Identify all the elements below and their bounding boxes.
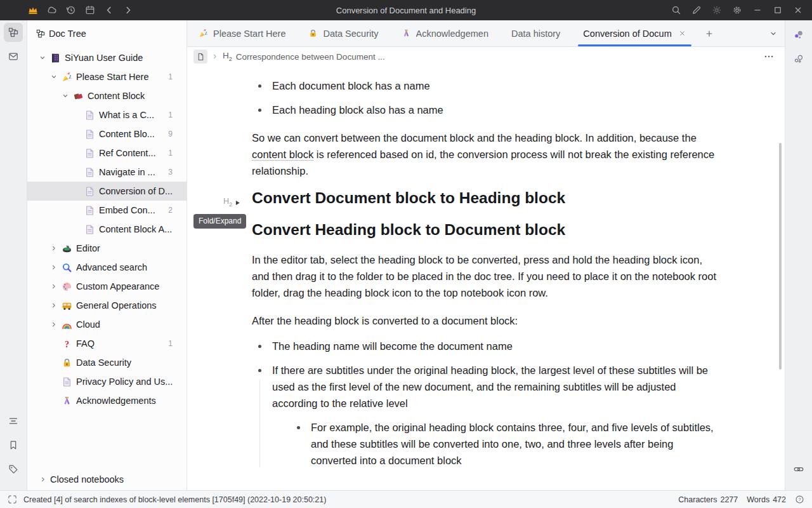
tab-menu-button[interactable] (762, 20, 785, 46)
chevron-right-icon[interactable] (48, 300, 60, 311)
tab-conversion-of-docum[interactable]: Conversion of Docum (572, 20, 697, 46)
titlebar-left-controls (0, 5, 133, 15)
doc-tree-item[interactable]: Navigate in ...3 (27, 163, 187, 182)
workspace-icon[interactable] (28, 5, 38, 15)
doc-tree-item[interactable]: Conversion of D... (27, 182, 187, 201)
chevron-right-icon[interactable] (48, 262, 60, 272)
doc-count-badge: 1 (168, 72, 173, 81)
doc-tree-item[interactable]: Custom Appearance (27, 277, 187, 296)
paragraph[interactable]: After the heading block is converted to … (252, 312, 721, 329)
svg-text:?: ? (65, 338, 69, 349)
close-icon[interactable] (793, 5, 803, 15)
doc-tree-item[interactable]: Content Block (27, 86, 187, 105)
scrollbar[interactable] (779, 143, 782, 370)
doc-tree-item-label: Cloud (76, 319, 100, 330)
heading[interactable]: Convert Document block to Heading block (252, 188, 721, 208)
breadcrumb-doc-button[interactable] (193, 50, 207, 64)
fold-toggle-icon[interactable] (233, 199, 242, 207)
right-dock (785, 20, 812, 490)
more-button[interactable] (763, 51, 775, 62)
right-dock-bottom (789, 460, 808, 490)
help-icon[interactable]: ? (795, 495, 804, 504)
doc-tree-item[interactable]: Content Blo...9 (27, 124, 187, 144)
chevron-down-icon[interactable] (59, 91, 72, 101)
doc-tree-item-label: Editor (76, 243, 100, 253)
doc-tree-icon (8, 27, 18, 37)
list-item[interactable]: The heading name will become the documen… (272, 338, 721, 354)
doc-tree-item[interactable]: Acknowledgements (27, 391, 187, 410)
theme-icon[interactable] (712, 5, 722, 15)
doc-tree-item[interactable]: Data Security (27, 353, 187, 372)
doc-tree-panel: Doc Tree SiYuan User GuidePlease Start H… (27, 20, 187, 490)
tab-close-icon[interactable] (678, 29, 686, 37)
breadcrumb-item[interactable]: Correspondence between Document ... (236, 52, 385, 62)
tab-data-security[interactable]: Data Security (297, 20, 390, 46)
editor-content[interactable]: Each document block has a name Each head… (187, 66, 785, 490)
paragraph[interactable]: In the editor tab, select the heading bl… (252, 251, 721, 301)
chevron-right-icon[interactable] (48, 243, 60, 253)
forward-icon[interactable] (123, 5, 133, 15)
heading-gutter[interactable]: H2 (223, 193, 242, 213)
new-tab-button[interactable] (698, 20, 721, 46)
tab-please-start-here[interactable]: Please Start Here (187, 20, 297, 46)
doc-tree-item-label: FAQ (76, 338, 95, 349)
doc-tree-item[interactable]: General Operations (27, 296, 187, 315)
maximize-icon[interactable] (773, 5, 783, 15)
list-item[interactable]: For example, the original heading block … (311, 419, 721, 469)
block-ref-link[interactable]: content block (252, 149, 313, 161)
minimize-icon[interactable] (752, 5, 763, 15)
doc-tree-dock-button[interactable] (4, 23, 23, 42)
chevron-down-icon[interactable] (36, 53, 49, 63)
doc-count-badge: 3 (168, 168, 173, 177)
heading-block[interactable]: H2 Convert Document block to Heading blo… (252, 188, 721, 208)
graph-dock-button[interactable] (789, 25, 808, 44)
tab-label: Acknowledgemen (416, 29, 488, 39)
bullet-list: Each document block has a name Each head… (252, 77, 721, 118)
search-icon[interactable] (671, 5, 681, 15)
doc-tree-item[interactable]: What is a C...1 (27, 105, 187, 124)
doc-tree-item[interactable]: Please Start Here1 (27, 67, 187, 86)
doc-tree-item-label: Privacy Policy and Us... (76, 377, 173, 387)
doc-icon (84, 186, 95, 197)
outline-dock-button[interactable] (4, 411, 23, 431)
fold-expand-tooltip: Fold/Expand (193, 214, 246, 229)
doc-tree-item[interactable]: Embed Con...2 (27, 201, 187, 220)
doc-tree-item[interactable]: ?FAQ1 (27, 334, 187, 353)
doc-tree-item[interactable]: Content Block A... (27, 220, 187, 239)
inbox-dock-button[interactable] (4, 47, 23, 66)
global-graph-dock-button[interactable] (789, 50, 808, 69)
sync-icon[interactable] (47, 5, 57, 15)
chevron-right-icon[interactable] (48, 281, 60, 291)
heading[interactable]: Convert Heading block to Document block (252, 220, 721, 240)
doc-tree-item[interactable]: Cloud (27, 315, 187, 334)
characters-count: Characters 2277 (678, 495, 738, 504)
tab-data-history[interactable]: Data history (500, 20, 572, 46)
tag-dock-button[interactable] (4, 460, 23, 479)
tab-acknowledgemen[interactable]: Acknowledgemen (390, 20, 500, 46)
data-history-icon[interactable] (66, 5, 76, 15)
backlinks-dock-button[interactable] (789, 460, 808, 479)
edit-icon[interactable] (691, 5, 702, 15)
list-item[interactable]: Each heading block also has a name (272, 102, 721, 118)
tab-bar-spacer (721, 20, 762, 46)
back-icon[interactable] (104, 5, 114, 15)
doc-tree-item[interactable]: Ref Content...1 (27, 144, 187, 163)
main-area: Please Start HereData SecurityAcknowledg… (187, 20, 785, 490)
doc-tree-item[interactable]: Privacy Policy and Us... (27, 372, 187, 391)
closed-notebooks-toggle[interactable]: Closed notebooks (27, 469, 187, 490)
list-item[interactable]: If there are subtitles under the origina… (272, 362, 721, 469)
app-body: Doc Tree SiYuan User GuidePlease Start H… (0, 20, 812, 490)
chevron-right-icon[interactable] (48, 319, 60, 330)
chevron-spacer (48, 396, 60, 406)
doc-tree-item[interactable]: Editor (27, 239, 187, 258)
doc-tree-item[interactable]: SiYuan User Guide (27, 48, 187, 67)
list-item[interactable]: Each document block has a name (272, 77, 721, 94)
plus-icon (705, 29, 714, 38)
settings-icon[interactable] (732, 5, 742, 15)
bookmark-dock-button[interactable] (4, 436, 23, 455)
chevron-down-icon[interactable] (48, 72, 60, 82)
paragraph[interactable]: So we can convert between the document b… (252, 130, 721, 179)
doc-tree-item[interactable]: Advanced search (27, 258, 187, 277)
daily-note-icon[interactable] (85, 5, 95, 15)
doc-icon (84, 129, 95, 140)
